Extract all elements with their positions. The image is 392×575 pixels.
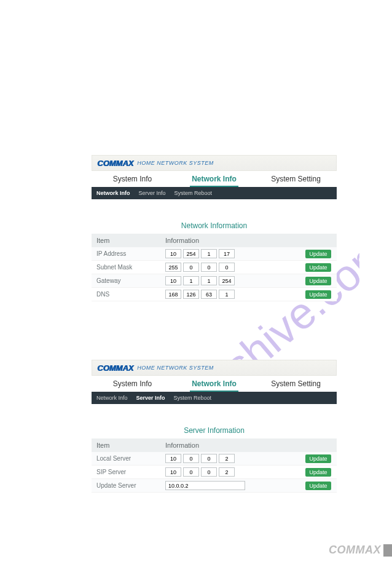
footer-bar: [383, 544, 392, 557]
sub-nav: Network Info Server Info System Reboot: [92, 187, 337, 199]
ip-octet-input[interactable]: [219, 290, 235, 299]
update-button[interactable]: Update: [305, 290, 331, 299]
row-label: Local Server: [92, 455, 165, 462]
panel-header: COMMAX HOME NETWORK SYSTEM: [92, 155, 337, 171]
th-info: Information: [165, 237, 337, 244]
update-button[interactable]: Update: [305, 482, 331, 490]
tab-network-info[interactable]: Network Info: [173, 171, 255, 187]
ip-octet-input[interactable]: [183, 290, 199, 299]
ip-octet-input[interactable]: [219, 263, 235, 272]
brand-logo: COMMAX: [97, 159, 133, 168]
table-row: Gateway Update: [92, 274, 337, 288]
ip-octet-input[interactable]: [219, 276, 235, 285]
ip-octet-input[interactable]: [201, 290, 217, 299]
server-info-panel: COMMAX HOME NETWORK SYSTEM System Info N…: [92, 360, 337, 493]
th-item: Item: [92, 442, 165, 449]
brand-subtitle: HOME NETWORK SYSTEM: [137, 365, 214, 371]
tab-system-info[interactable]: System Info: [92, 376, 173, 392]
network-info-panel: COMMAX HOME NETWORK SYSTEM System Info N…: [92, 155, 337, 301]
server-table: Item Information Local Server Update SIP…: [92, 438, 337, 493]
update-button[interactable]: Update: [305, 250, 331, 258]
row-label: SIP Server: [92, 469, 165, 475]
ip-octet-input[interactable]: [183, 249, 199, 258]
ip-octet-input[interactable]: [165, 467, 181, 477]
update-button[interactable]: Update: [305, 263, 331, 272]
brand-logo: COMMAX: [97, 363, 133, 373]
ip-octet-input[interactable]: [183, 454, 199, 463]
row-label: Update Server: [92, 482, 165, 489]
sub-nav: Network Info Server Info System Reboot: [92, 392, 337, 404]
table-row: DNS Update: [92, 288, 337, 301]
server-address-input[interactable]: [165, 481, 245, 490]
tab-network-info[interactable]: Network Info: [173, 376, 255, 392]
panel-header: COMMAX HOME NETWORK SYSTEM: [92, 360, 337, 376]
section-title: Network Information: [92, 218, 337, 234]
ip-octet-input[interactable]: [201, 263, 217, 272]
main-tabs: System Info Network Info System Setting: [92, 171, 337, 187]
tab-system-setting[interactable]: System Setting: [255, 171, 337, 187]
ip-octet-input[interactable]: [165, 263, 181, 272]
row-label: DNS: [92, 291, 165, 298]
update-button[interactable]: Update: [305, 468, 331, 477]
footer-brand: COMMAX: [329, 544, 381, 557]
tab-system-info[interactable]: System Info: [92, 171, 173, 187]
row-label: IP Address: [92, 250, 165, 257]
ip-octet-input[interactable]: [183, 467, 199, 477]
ip-octet-input[interactable]: [219, 454, 235, 463]
table-row: IP Address Update: [92, 247, 337, 261]
ip-octet-input[interactable]: [201, 467, 217, 477]
table-header: Item Information: [92, 438, 337, 452]
table-row: Subnet Mask Update: [92, 261, 337, 274]
update-button[interactable]: Update: [305, 277, 331, 285]
table-row: Local Server Update: [92, 452, 337, 466]
subnav-system-reboot[interactable]: System Reboot: [174, 190, 213, 196]
ip-octet-input[interactable]: [165, 454, 181, 463]
ip-octet-input[interactable]: [165, 290, 181, 299]
main-tabs: System Info Network Info System Setting: [92, 376, 337, 392]
subnav-system-reboot[interactable]: System Reboot: [174, 395, 212, 401]
row-label: Gateway: [92, 277, 165, 284]
ip-octet-input[interactable]: [201, 454, 217, 463]
ip-octet-input[interactable]: [165, 276, 181, 285]
ip-octet-input[interactable]: [183, 276, 199, 285]
tab-system-setting[interactable]: System Setting: [255, 376, 337, 392]
ip-octet-input[interactable]: [183, 263, 199, 272]
ip-octet-input[interactable]: [201, 276, 217, 285]
subnav-server-info[interactable]: Server Info: [136, 395, 165, 401]
subnav-network-info[interactable]: Network Info: [96, 395, 128, 401]
ip-octet-input[interactable]: [219, 249, 235, 258]
ip-octet-input[interactable]: [201, 249, 217, 258]
ip-octet-input[interactable]: [165, 249, 181, 258]
table-row: SIP Server Update: [92, 466, 337, 479]
brand-subtitle: HOME NETWORK SYSTEM: [137, 160, 214, 166]
row-label: Subnet Mask: [92, 264, 165, 271]
subnav-network-info[interactable]: Network Info: [96, 190, 130, 196]
subnav-server-info[interactable]: Server Info: [139, 190, 166, 196]
network-table: Item Information IP Address Update Subne…: [92, 234, 337, 301]
table-row: Update Server Update: [92, 479, 337, 493]
table-header: Item Information: [92, 234, 337, 247]
th-item: Item: [92, 237, 165, 244]
ip-octet-input[interactable]: [219, 467, 235, 477]
update-button[interactable]: Update: [305, 454, 331, 463]
th-info: Information: [165, 442, 337, 449]
section-title: Server Information: [92, 422, 337, 438]
